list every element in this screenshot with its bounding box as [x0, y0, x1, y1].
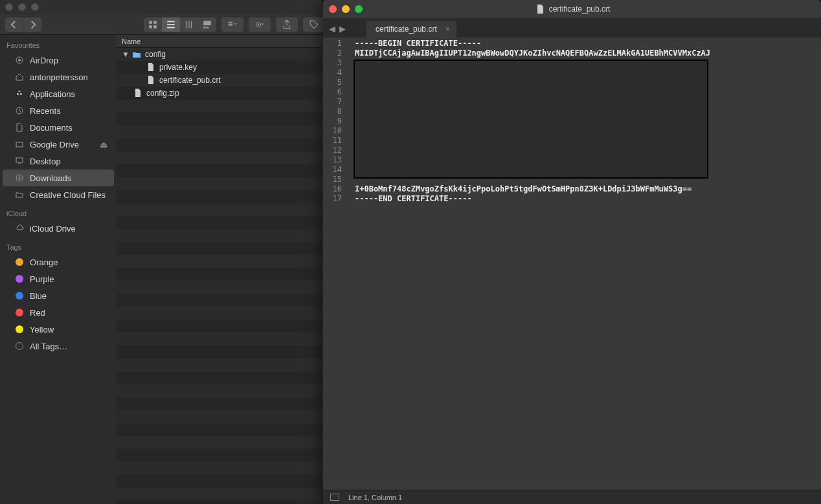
- cursor-position: Line 1, Column 1: [348, 494, 402, 501]
- view-gallery-button[interactable]: [198, 17, 216, 32]
- file-row[interactable]: config.zip: [117, 87, 322, 100]
- line-number: 5: [322, 78, 346, 87]
- sidebar-item-label: Purple: [30, 274, 54, 284]
- code-line: [355, 116, 821, 126]
- forward-button[interactable]: [23, 17, 41, 32]
- file-name: config: [145, 50, 166, 59]
- svg-point-14: [18, 59, 21, 61]
- editor-tabbar: ◀ ▶ certificate_pub.crt ×: [322, 18, 821, 38]
- close-icon[interactable]: [5, 3, 13, 11]
- sidebar-item-downloads[interactable]: Downloads: [3, 170, 114, 186]
- file-row[interactable]: certificate_pub.crt: [117, 74, 322, 87]
- list-icon: [166, 20, 175, 29]
- code-area[interactable]: -----BEGIN CERTIFICATE-----MIIDTjCCAjagA…: [346, 38, 821, 490]
- drive-icon: [14, 140, 25, 149]
- svg-point-12: [258, 23, 260, 25]
- view-icons-button[interactable]: [144, 17, 162, 32]
- column-header-name[interactable]: Name: [117, 35, 322, 48]
- panel-toggle-button[interactable]: [330, 494, 339, 501]
- line-number: 11: [322, 136, 346, 146]
- svg-rect-10: [231, 24, 232, 26]
- view-columns-button[interactable]: [180, 17, 198, 32]
- airdrop-icon: [14, 56, 25, 65]
- file-name: certificate_pub.crt: [159, 76, 221, 85]
- sidebar-item-label: antonpetersson: [30, 72, 88, 82]
- svg-rect-9: [229, 24, 231, 26]
- tab-history-back-button[interactable]: ◀: [328, 24, 337, 34]
- sidebar-tag-blue[interactable]: Blue: [3, 287, 114, 304]
- sidebar-item-label: AirDrop: [30, 56, 58, 65]
- editor-statusbar: Line 1, Column 1: [322, 490, 821, 504]
- zoom-icon[interactable]: [31, 3, 39, 11]
- file-row[interactable]: private.key: [117, 61, 322, 74]
- apps-icon: [14, 89, 25, 98]
- minimize-icon[interactable]: [18, 3, 26, 11]
- sidebar-item-label: iCloud Drive: [30, 224, 76, 234]
- finder-window: Favourites AirDropantonpeterssonApplicat…: [0, 0, 322, 504]
- desktop-icon: [14, 157, 25, 166]
- sidebar-tag-red[interactable]: Red: [3, 304, 114, 321]
- line-number: 1: [322, 39, 346, 49]
- tab-label: certificate_pub.crt: [376, 25, 437, 34]
- svg-rect-5: [203, 27, 206, 28]
- sidebar-item-antonpetersson[interactable]: antonpetersson: [3, 69, 114, 85]
- sidebar-item-label: Orange: [30, 257, 58, 267]
- sidebar-tag-yellow[interactable]: Yellow: [3, 321, 114, 338]
- sidebar-item-label: Red: [30, 308, 45, 318]
- code-line: I+0BoMnf748cZMvgoZfsKk4ijcPpoLohPt5tgdFw…: [355, 184, 821, 194]
- folder-icon: [14, 190, 25, 199]
- sidebar-item-recents[interactable]: Recents: [3, 102, 114, 119]
- action-button[interactable]: [249, 17, 271, 32]
- sidebar-item-google-drive[interactable]: Google Drive⏏: [3, 136, 114, 153]
- doc-icon: [14, 123, 25, 132]
- chevron-right-icon: [28, 20, 37, 29]
- sidebar-tag-orange[interactable]: Orange: [3, 254, 114, 270]
- share-button[interactable]: [276, 17, 298, 32]
- code-line: [355, 97, 821, 107]
- zoom-icon[interactable]: [355, 5, 363, 13]
- line-number: 13: [322, 155, 346, 165]
- folder-icon: [132, 50, 141, 59]
- code-line: [355, 136, 821, 146]
- svg-rect-2: [149, 25, 152, 28]
- eject-icon[interactable]: ⏏: [100, 140, 107, 149]
- file-name: config.zip: [146, 89, 179, 98]
- code-line: [355, 58, 821, 68]
- sidebar-tag-all-tags-[interactable]: All Tags…: [3, 338, 114, 355]
- window-title: certificate_pub.crt: [549, 5, 611, 14]
- sidebar-item-applications[interactable]: Applications: [3, 85, 114, 102]
- sidebar-item-label: Applications: [30, 89, 75, 99]
- minimize-icon[interactable]: [342, 5, 350, 13]
- code-line: [355, 107, 821, 116]
- file-name: private.key: [159, 63, 197, 72]
- sidebar-item-creative-cloud-files[interactable]: Creative Cloud Files: [3, 186, 114, 203]
- tab-history-forward-button[interactable]: ▶: [338, 24, 347, 34]
- editor-tab[interactable]: certificate_pub.crt ×: [366, 21, 456, 38]
- arrange-button[interactable]: [221, 17, 243, 32]
- view-list-button[interactable]: [162, 17, 180, 32]
- sidebar-tag-purple[interactable]: Purple: [3, 270, 114, 287]
- tag-color-icon: [16, 292, 23, 300]
- close-icon[interactable]: [329, 5, 337, 13]
- file-row-folder[interactable]: ▼config: [117, 48, 322, 61]
- back-button[interactable]: [5, 17, 23, 32]
- grid-icon: [148, 20, 157, 29]
- close-tab-button[interactable]: ×: [445, 25, 450, 34]
- editor-body[interactable]: 1234567891011121314151617 -----BEGIN CER…: [322, 38, 821, 490]
- code-line: [355, 155, 821, 165]
- line-number: 4: [322, 68, 346, 78]
- disclosure-triangle-icon[interactable]: ▼: [122, 50, 128, 59]
- sidebar-item-desktop[interactable]: Desktop: [3, 153, 114, 170]
- svg-rect-1: [153, 21, 157, 24]
- sidebar-item-airdrop[interactable]: AirDrop: [3, 52, 114, 69]
- tags-button[interactable]: [303, 17, 325, 32]
- sidebar-item-label: All Tags…: [30, 342, 67, 351]
- sidebar-item-label: Documents: [30, 123, 73, 133]
- sidebar-item-icloud-drive[interactable]: iCloud Drive: [3, 220, 114, 237]
- sidebar-item-documents[interactable]: Documents: [3, 119, 114, 136]
- code-line: [355, 68, 821, 78]
- downloads-icon: [14, 173, 25, 182]
- line-number: 7: [322, 97, 346, 107]
- tags-heading: Tags: [0, 237, 117, 254]
- sidebar-item-label: Desktop: [30, 157, 61, 166]
